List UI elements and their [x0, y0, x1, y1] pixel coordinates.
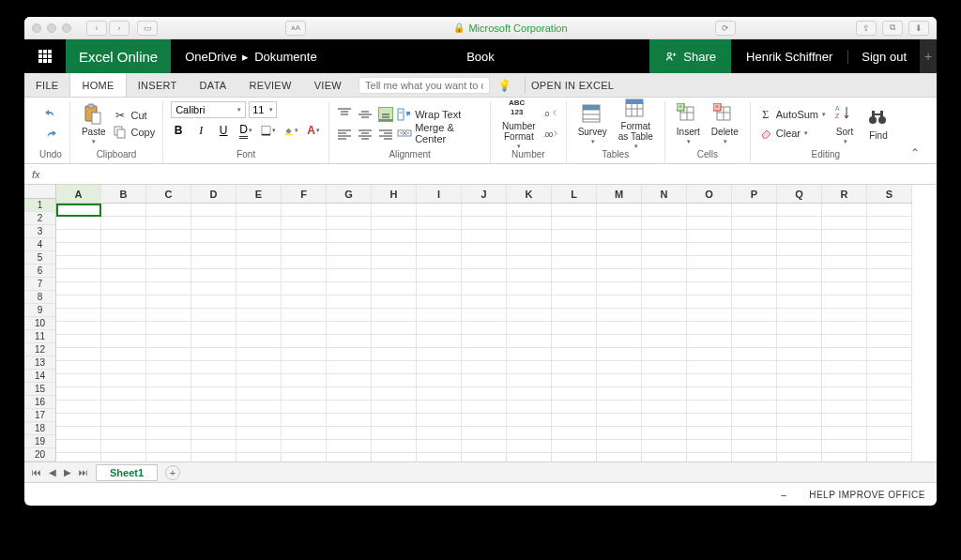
cell[interactable]	[687, 217, 732, 230]
row-header[interactable]: 5	[24, 251, 56, 265]
merge-center-button[interactable]: Merge & Center	[397, 126, 482, 141]
cell[interactable]	[732, 374, 777, 387]
tab-review[interactable]: REVIEW	[238, 73, 303, 97]
cell[interactable]	[822, 440, 867, 453]
column-header[interactable]: F	[282, 185, 327, 204]
cell[interactable]	[867, 204, 912, 217]
cell[interactable]	[417, 243, 462, 256]
tab-home[interactable]: HOME	[69, 73, 126, 97]
cell[interactable]	[822, 348, 867, 361]
cut-button[interactable]: ✂Cut	[113, 108, 146, 123]
cell[interactable]	[327, 295, 372, 309]
row-header[interactable]: 1	[24, 199, 56, 212]
cell[interactable]	[597, 217, 642, 230]
cell[interactable]	[552, 348, 597, 361]
cell[interactable]	[282, 322, 327, 335]
cell[interactable]	[146, 230, 191, 243]
cell[interactable]	[642, 374, 687, 387]
insert-cells-button[interactable]: + Insert▾	[673, 101, 704, 147]
cell[interactable]	[327, 322, 372, 335]
cell[interactable]	[236, 335, 282, 348]
cell[interactable]	[146, 348, 191, 361]
cell[interactable]	[327, 427, 372, 440]
cell[interactable]	[552, 361, 597, 374]
cell[interactable]	[822, 427, 867, 440]
cell[interactable]	[236, 348, 282, 361]
cell[interactable]	[327, 243, 372, 256]
row-header[interactable]: 16	[24, 396, 56, 409]
cell[interactable]	[642, 440, 687, 453]
cell[interactable]	[732, 295, 777, 309]
cell[interactable]	[597, 269, 642, 282]
cell[interactable]	[146, 256, 191, 269]
cell[interactable]	[56, 243, 101, 256]
cell[interactable]	[417, 348, 462, 361]
cell[interactable]	[56, 217, 101, 230]
cell[interactable]	[327, 374, 372, 387]
cell[interactable]	[552, 453, 597, 462]
cell[interactable]	[597, 427, 642, 440]
cell[interactable]	[687, 440, 732, 453]
cell[interactable]	[687, 361, 732, 374]
cell[interactable]	[552, 322, 597, 335]
cell[interactable]	[867, 269, 912, 282]
cell[interactable]	[191, 295, 236, 309]
border-button[interactable]: ▾	[261, 123, 276, 138]
share-button[interactable]: Share	[649, 39, 731, 73]
cell[interactable]	[146, 335, 191, 348]
cell[interactable]	[372, 335, 417, 348]
cell[interactable]	[507, 217, 552, 230]
cell[interactable]	[507, 361, 552, 374]
cell[interactable]	[327, 335, 372, 348]
cell[interactable]	[597, 256, 642, 269]
cell[interactable]	[552, 204, 597, 217]
column-header[interactable]: O	[687, 185, 732, 204]
align-middle-icon[interactable]	[358, 107, 373, 122]
cell[interactable]	[777, 361, 822, 374]
cell[interactable]	[732, 361, 777, 374]
sidebar-toggle[interactable]: ▭	[137, 21, 158, 36]
url-bar[interactable]: 🔒 Microsoft Corporation	[313, 23, 708, 34]
cell[interactable]	[867, 387, 912, 401]
cell[interactable]	[282, 243, 327, 256]
cell[interactable]	[597, 282, 642, 295]
tabs-button[interactable]: ⧉	[882, 21, 903, 36]
cell[interactable]	[822, 282, 867, 295]
cell[interactable]	[507, 387, 552, 401]
cell[interactable]	[552, 374, 597, 387]
cell[interactable]	[191, 387, 236, 401]
downloads-button[interactable]: ⬇	[908, 21, 929, 36]
cell[interactable]	[462, 440, 507, 453]
cell[interactable]	[507, 401, 552, 414]
cell[interactable]	[417, 204, 462, 217]
cell[interactable]	[236, 309, 282, 322]
cell[interactable]	[372, 295, 417, 309]
cell[interactable]	[101, 453, 146, 462]
open-in-excel[interactable]: OPEN IN EXCEL	[531, 80, 614, 91]
cell[interactable]	[146, 309, 191, 322]
cell[interactable]	[507, 335, 552, 348]
cell[interactable]	[327, 269, 372, 282]
cell[interactable]	[777, 230, 822, 243]
cell[interactable]	[236, 204, 282, 217]
cell[interactable]	[236, 322, 282, 335]
cell[interactable]	[372, 282, 417, 295]
cell[interactable]	[552, 414, 597, 427]
sheet-nav-next[interactable]: ▶	[64, 467, 71, 477]
sort-button[interactable]: AZ Sort▾	[830, 101, 860, 147]
cell[interactable]	[56, 427, 101, 440]
cell[interactable]	[146, 322, 191, 335]
cell[interactable]	[732, 204, 777, 217]
cell[interactable]	[56, 374, 101, 387]
cell[interactable]	[282, 374, 327, 387]
align-top-icon[interactable]	[337, 107, 352, 122]
font-size-select[interactable]: 11▾	[249, 101, 277, 118]
cell[interactable]	[372, 230, 417, 243]
cell[interactable]	[597, 309, 642, 322]
decrease-decimal-icon[interactable]: .00	[543, 127, 558, 142]
cell[interactable]	[417, 309, 462, 322]
app-launcher[interactable]	[24, 50, 66, 63]
cell[interactable]	[462, 295, 507, 309]
cell[interactable]	[417, 374, 462, 387]
cell[interactable]	[687, 295, 732, 309]
